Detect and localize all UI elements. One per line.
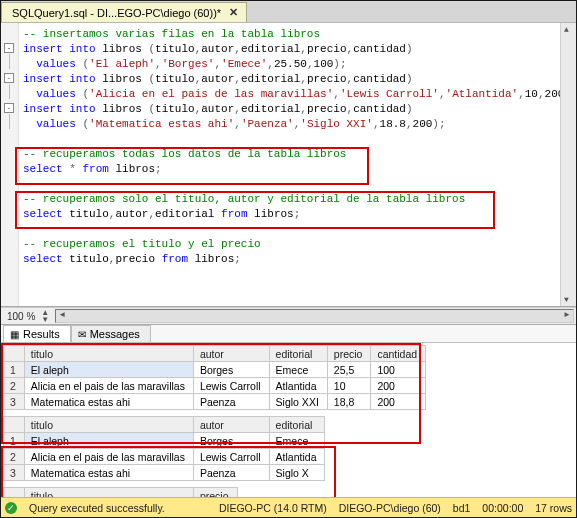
cell[interactable]: 25,5 [327,362,371,378]
sql-editor-pane: - - - -- insertamos varias filas en la t… [1,23,576,307]
column-header[interactable]: editorial [269,417,325,433]
status-message: Query executed successfully. [29,502,165,514]
cell[interactable]: Alicia en el pais de las maravillas [24,449,193,465]
cell[interactable]: Paenza [193,394,269,410]
row-number[interactable]: 1 [4,362,25,378]
results-grid-2[interactable]: tituloautoreditorial1El alephBorgesEmece… [3,416,325,481]
zoom-stepper-icon[interactable]: ▲▼ [41,309,49,323]
column-header[interactable] [4,346,25,362]
cell[interactable]: Atlantida [269,378,327,394]
ssms-window: SQLQuery1.sql - DI...EGO-PC\diego (60))*… [0,0,577,518]
cell[interactable]: Borges [193,362,269,378]
column-header[interactable] [4,488,25,498]
cell[interactable]: Siglo XXI [269,394,327,410]
results-tabbar: ▦ Results ✉ Messages [1,325,576,343]
fold-gutter: - - - [1,23,19,306]
column-header[interactable]: precio [193,488,237,498]
results-grid-3[interactable]: tituloprecio1El aleph25,52Alicia en el p… [3,487,238,497]
fold-line [9,54,10,69]
cell[interactable]: 18,8 [327,394,371,410]
row-number[interactable]: 3 [4,465,25,481]
column-header[interactable]: editorial [269,346,327,362]
cell[interactable]: Emece [269,433,325,449]
cell[interactable]: 200 [371,394,426,410]
tab-results[interactable]: ▦ Results [3,325,71,342]
status-rows: 17 rows [535,502,572,514]
cell[interactable]: 200 [371,378,426,394]
table-row[interactable]: 3Matematica estas ahiPaenzaSiglo X [4,465,325,481]
cell[interactable]: Lewis Carroll [193,378,269,394]
status-server: DIEGO-PC (14.0 RTM) [219,502,327,514]
row-number[interactable]: 2 [4,449,25,465]
table-row[interactable]: 2Alicia en el pais de las maravillasLewi… [4,378,426,394]
fold-toggle-icon[interactable]: - [4,73,14,83]
cell[interactable]: Matematica estas ahi [24,465,193,481]
table-row[interactable]: 1El alephBorgesEmece [4,433,325,449]
cell[interactable]: Lewis Carroll [193,449,269,465]
grid-icon: ▦ [10,329,19,340]
document-tab[interactable]: SQLQuery1.sql - DI...EGO-PC\diego (60))*… [1,2,247,22]
cell[interactable]: El aleph [24,433,193,449]
column-header[interactable]: precio [327,346,371,362]
column-header[interactable]: autor [193,346,269,362]
status-db: bd1 [453,502,471,514]
cell[interactable]: Atlantida [269,449,325,465]
row-number[interactable]: 1 [4,433,25,449]
column-header[interactable]: titulo [24,417,193,433]
results-pane: ▦ Results ✉ Messages tituloautoreditoria… [1,325,576,497]
horizontal-scrollbar[interactable] [55,309,574,323]
column-header[interactable]: cantidad [371,346,426,362]
column-header[interactable]: autor [193,417,269,433]
success-icon: ✓ [5,502,17,514]
document-tabbar: SQLQuery1.sql - DI...EGO-PC\diego (60))*… [1,1,576,23]
tab-title: SQLQuery1.sql - DI...EGO-PC\diego (60))* [12,7,221,19]
cell[interactable]: Paenza [193,465,269,481]
table-row[interactable]: 3Matematica estas ahiPaenzaSiglo XXI18,8… [4,394,426,410]
fold-line [9,114,10,129]
zoom-level[interactable]: 100 % [1,311,41,322]
tab-messages[interactable]: ✉ Messages [71,325,151,342]
cell[interactable]: Alicia en el pais de las maravillas [24,378,193,394]
sql-editor[interactable]: -- insertamos varias filas en la tabla l… [19,23,560,306]
message-icon: ✉ [78,329,86,340]
cell[interactable]: Siglo X [269,465,325,481]
column-header[interactable]: titulo [24,488,193,498]
vertical-scrollbar[interactable] [560,23,576,306]
column-header[interactable] [4,417,25,433]
status-time: 00:00:00 [482,502,523,514]
status-bar: ✓ Query executed successfully. DIEGO-PC … [1,497,576,517]
status-user: DIEGO-PC\diego (60) [339,502,441,514]
cell[interactable]: Emece [269,362,327,378]
row-number[interactable]: 2 [4,378,25,394]
editor-zoombar: 100 % ▲▼ [1,307,576,325]
table-row[interactable]: 1El alephBorgesEmece25,5100 [4,362,426,378]
row-number[interactable]: 3 [4,394,25,410]
cell[interactable]: 100 [371,362,426,378]
cell[interactable]: Borges [193,433,269,449]
fold-toggle-icon[interactable]: - [4,43,14,53]
cell[interactable]: 10 [327,378,371,394]
table-row[interactable]: 2Alicia en el pais de las maravillasLewi… [4,449,325,465]
results-grid-1[interactable]: tituloautoreditorialpreciocantidad1El al… [3,345,426,410]
results-grids: tituloautoreditorialpreciocantidad1El al… [1,343,576,497]
close-icon[interactable]: ✕ [229,6,238,19]
cell[interactable]: El aleph [24,362,193,378]
cell[interactable]: Matematica estas ahi [24,394,193,410]
fold-line [9,84,10,99]
column-header[interactable]: titulo [24,346,193,362]
fold-toggle-icon[interactable]: - [4,103,14,113]
